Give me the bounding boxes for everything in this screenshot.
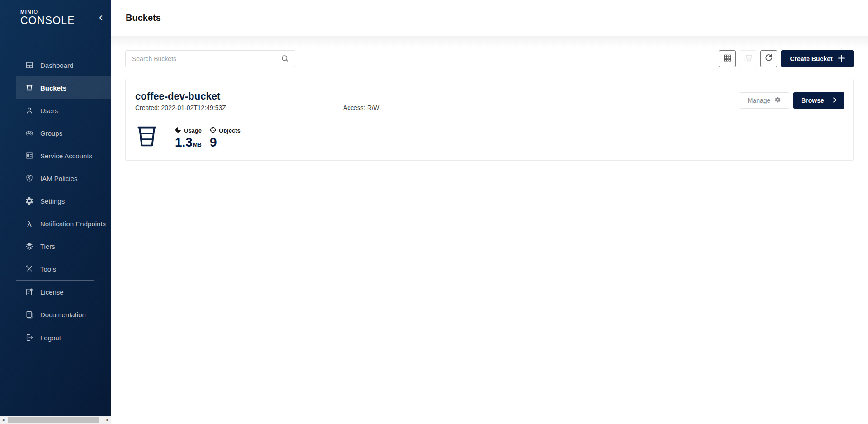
scrollbar-right-arrow-icon[interactable]: ► [106, 418, 109, 423]
usage-metric: Usage 1.3MB [175, 125, 202, 150]
sidebar-item-documentation[interactable]: Documentation [16, 303, 111, 326]
bucket-metrics: Usage 1.3MB Objects [126, 119, 853, 151]
users-icon [25, 106, 34, 115]
usage-value: 1.3MB [175, 135, 202, 150]
search-box [125, 50, 295, 67]
logo-console-text: CONSOLE [20, 14, 111, 26]
objects-metric: Objects 9 [210, 125, 241, 150]
service-accounts-icon [25, 151, 34, 160]
create-bucket-button[interactable]: Create Bucket [781, 50, 854, 67]
refresh-button[interactable] [760, 50, 777, 67]
logout-icon [25, 333, 34, 342]
objects-icon [210, 127, 216, 134]
bucket-card-actions: Manage Browse [740, 92, 844, 109]
grid-view-button[interactable] [719, 50, 736, 67]
refresh-icon [764, 53, 774, 64]
sidebar-item-notification-endpoints[interactable]: λ Notification Endpoints [16, 212, 111, 235]
documentation-icon [25, 310, 34, 319]
bucket-icon [135, 125, 159, 151]
usage-pie-icon [175, 127, 181, 134]
grid-view-icon [723, 53, 732, 64]
sidebar-item-tools[interactable]: Tools [16, 257, 111, 280]
bucket-access: Access: R/W [343, 104, 379, 111]
usage-label-row: Usage [175, 127, 202, 134]
sidebar-item-iam-policies[interactable]: IAM Policies [16, 167, 111, 190]
logo-minio-text: MINIO [20, 9, 111, 14]
search-icon [280, 54, 290, 63]
gear-icon [774, 96, 781, 105]
tools-icon [25, 264, 34, 273]
bucket-name[interactable]: coffee-dev-bucket [135, 90, 844, 103]
page-header: Buckets [111, 0, 868, 36]
bucket-meta: Created: 2022-01-02T12:49:53Z Access: R/… [135, 104, 844, 111]
manage-button[interactable]: Manage [740, 92, 789, 109]
notification-endpoints-icon: λ [25, 219, 34, 228]
bucket-list-view-button [740, 50, 756, 67]
sidebar-item-tiers[interactable]: Tiers [16, 235, 111, 257]
sidebar-item-license[interactable]: License [16, 281, 111, 303]
bucket-list-view-icon [743, 53, 753, 64]
bucket-created: Created: 2022-01-02T12:49:53Z [135, 104, 343, 111]
buckets-icon [25, 83, 34, 92]
search-input[interactable] [125, 50, 295, 67]
logo: MINIO CONSOLE ‹ [0, 0, 111, 36]
buckets-toolbar: Create Bucket [125, 50, 854, 67]
main-area: Buckets [111, 0, 868, 424]
settings-icon [25, 196, 34, 205]
minio-console-app: MINIO CONSOLE ‹ Dashboard Buckets [0, 0, 868, 424]
sidebar: MINIO CONSOLE ‹ Dashboard Buckets [0, 0, 111, 424]
dashboard-icon [25, 61, 34, 70]
toolbar-actions: Create Bucket [719, 50, 854, 67]
sidebar-horizontal-scrollbar[interactable]: ◄ ► [0, 416, 111, 424]
sidebar-collapse-icon[interactable]: ‹ [99, 12, 103, 23]
sidebar-item-users[interactable]: Users [16, 99, 111, 122]
sidebar-item-logout[interactable]: Logout [16, 326, 111, 349]
objects-value: 9 [210, 135, 241, 150]
sidebar-menu: Dashboard Buckets Users Groups [0, 36, 111, 349]
bucket-card[interactable]: coffee-dev-bucket Created: 2022-01-02T12… [125, 79, 854, 161]
content-area: Create Bucket coffee-dev-bucket Created:… [111, 36, 868, 424]
sidebar-item-buckets[interactable]: Buckets [16, 76, 111, 99]
sidebar-item-service-accounts[interactable]: Service Accounts [16, 144, 111, 167]
page-title: Buckets [126, 13, 161, 23]
sidebar-item-dashboard[interactable]: Dashboard [16, 54, 111, 76]
iam-policies-icon [25, 174, 34, 183]
sidebar-item-settings[interactable]: Settings [16, 190, 111, 212]
objects-label-row: Objects [210, 127, 241, 134]
browse-button[interactable]: Browse [793, 92, 844, 109]
license-icon [25, 287, 34, 296]
tiers-icon [25, 242, 34, 251]
groups-icon [25, 129, 34, 138]
scrollbar-left-arrow-icon[interactable]: ◄ [1, 418, 5, 423]
sidebar-item-groups[interactable]: Groups [16, 122, 111, 144]
scrollbar-thumb[interactable] [8, 417, 99, 423]
arrow-right-icon [829, 97, 837, 104]
plus-icon [838, 55, 845, 63]
